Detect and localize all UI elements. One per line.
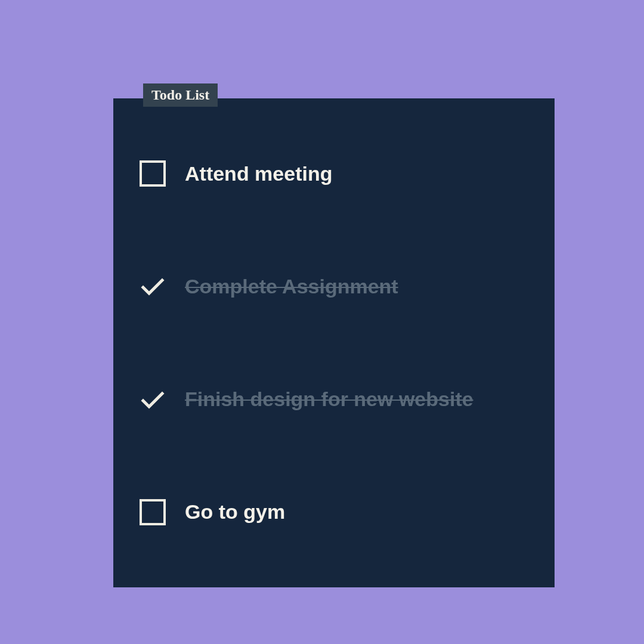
todo-item[interactable]: Go to gym xyxy=(137,497,531,528)
checkbox-icon[interactable] xyxy=(137,158,168,189)
todo-item[interactable]: Finish design for new website xyxy=(137,384,531,415)
checkmark-icon[interactable] xyxy=(137,384,168,415)
todo-label: Complete Assignment xyxy=(185,275,398,298)
todo-label: Attend meeting xyxy=(185,162,332,185)
todo-label: Finish design for new website xyxy=(185,388,473,411)
card-title: Todo List xyxy=(143,83,218,107)
todo-card: Attend meeting Complete Assignment Finis… xyxy=(113,98,555,587)
todo-item[interactable]: Attend meeting xyxy=(137,158,531,189)
checkmark-icon[interactable] xyxy=(137,271,168,302)
todo-list: Attend meeting Complete Assignment Finis… xyxy=(137,134,531,564)
todo-item[interactable]: Complete Assignment xyxy=(137,271,531,302)
todo-label: Go to gym xyxy=(185,500,285,524)
checkbox-icon[interactable] xyxy=(137,497,168,528)
